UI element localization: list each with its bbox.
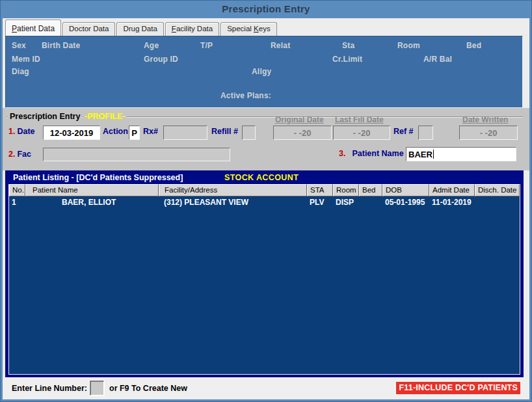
line-number-input[interactable] (90, 381, 104, 395)
patient-listing-panel: Patient Listing - [DC'd Patients Suppres… (5, 170, 524, 377)
rx-number-field[interactable] (163, 126, 207, 140)
room-label: Room (397, 41, 420, 50)
cr-limit-label: Cr.Limit (332, 55, 362, 64)
table-cell: BAER, ELLIOT (25, 196, 159, 208)
sta-label: Sta (342, 41, 354, 50)
table-cell: 05-01-1995 (382, 196, 429, 208)
f9-hint-label: or F9 To Create New (109, 384, 187, 393)
patient-info-panel: Sex Birth Date Age T/P Relat Sta Room Be… (5, 36, 523, 108)
table-cell: 1 (9, 196, 25, 208)
original-date-label: Original Date (275, 115, 324, 124)
listing-body: 1BAER, ELLIOT(312) PLEASANT VIEWPLVDISP0… (9, 196, 520, 208)
last-fill-date-label: Last Fill Date (335, 115, 384, 124)
tab-bar: Patient DataDoctor DataDrug DataFacility… (5, 20, 278, 36)
window-title: Prescription Entry (0, 0, 532, 18)
column-header[interactable]: Bed (359, 184, 382, 196)
date-written-label: Date Written (462, 115, 508, 124)
ref-number-label: Ref # (393, 127, 414, 136)
footer-bar: Enter Line Number: or F9 To Create New F… (3, 377, 529, 399)
tab-doctor-data[interactable]: Doctor Data (62, 22, 115, 36)
column-header[interactable]: Patient Name (25, 184, 159, 196)
profile-mode-badge: -PROFILE- (83, 112, 127, 121)
patient-name-label: 3.Patient Name (339, 149, 404, 158)
column-header[interactable]: DOB (382, 184, 429, 196)
tp-label: T/P (200, 41, 213, 50)
action-field[interactable]: P (129, 126, 140, 140)
date-written-field: - -20 (459, 126, 518, 140)
table-cell (475, 196, 520, 208)
ref-number-field[interactable] (418, 126, 433, 140)
table-cell: (312) PLEASANT VIEW (159, 196, 307, 208)
stock-account-label: STOCK ACCOUNT (224, 173, 299, 182)
active-plans-label: Active Plans: (220, 91, 271, 100)
bed-label: Bed (466, 41, 481, 50)
column-header[interactable]: Admit Date (429, 184, 475, 196)
tab-patient-data[interactable]: Patient Data (5, 20, 61, 36)
mem-id-label: Mem ID (12, 55, 40, 64)
table-cell (359, 196, 382, 208)
column-header[interactable]: STA (307, 184, 333, 196)
refill-field[interactable] (242, 126, 256, 140)
date-label: 1.Date (8, 127, 35, 136)
tab-special-keys[interactable]: Special Keys (220, 22, 277, 36)
column-header[interactable]: Disch. Date (475, 184, 520, 196)
column-header[interactable]: No. (9, 184, 25, 196)
relat-label: Relat (271, 41, 290, 50)
last-fill-date-field: - -20 (333, 126, 390, 140)
groupbox-title: Prescription Entry (8, 112, 82, 121)
fac-label: 2.Fac (8, 150, 31, 159)
f11-include-dcd-button[interactable]: F11-INCLUDE DC'D PATIENTS (396, 382, 520, 394)
rx-number-label: Rx# (143, 127, 158, 136)
table-row[interactable]: 1BAER, ELLIOT(312) PLEASANT VIEWPLVDISP0… (9, 196, 520, 208)
text-caret (433, 150, 434, 159)
column-header[interactable]: Room (333, 184, 359, 196)
tab-facility-data[interactable]: Facility Data (165, 22, 219, 36)
refill-label: Refill # (211, 127, 238, 136)
window-content: Patient DataDoctor DataDrug DataFacility… (3, 18, 529, 399)
listing-header-row: No.Patient NameFacility/AddressSTARoomBe… (9, 184, 520, 196)
age-label: Age (144, 41, 159, 50)
allgy-label: Allgy (252, 67, 271, 76)
diag-label: Diag (12, 67, 29, 76)
line-number-prompt: Enter Line Number: (12, 384, 87, 393)
table-cell: DISP (333, 196, 359, 208)
fac-field[interactable] (43, 148, 230, 161)
date-field[interactable]: 12-03-2019 (43, 126, 100, 140)
tab-drug-data[interactable]: Drug Data (116, 22, 163, 36)
profile-section: Prescription Entry -PROFILE- 1.Date 12-0… (3, 108, 529, 170)
original-date-field: - -20 (273, 126, 332, 140)
action-label: Action (103, 127, 128, 136)
ar-bal-label: A/R Bal (423, 55, 452, 64)
table-cell: 11-01-2019 (429, 196, 475, 208)
patient-table: No.Patient NameFacility/AddressSTARoomBe… (8, 184, 520, 375)
table-cell: PLV (307, 196, 333, 208)
patient-name-field[interactable]: BAER (406, 147, 516, 161)
sex-label: Sex (12, 41, 26, 50)
birth-date-label: Birth Date (42, 41, 80, 50)
column-header[interactable]: Facility/Address (159, 184, 307, 196)
group-id-label: Group ID (144, 55, 178, 64)
listing-title: Patient Listing - [DC'd Patients Suppres… (13, 173, 183, 182)
prescription-entry-window: Prescription Entry Patient DataDoctor Da… (0, 0, 532, 402)
